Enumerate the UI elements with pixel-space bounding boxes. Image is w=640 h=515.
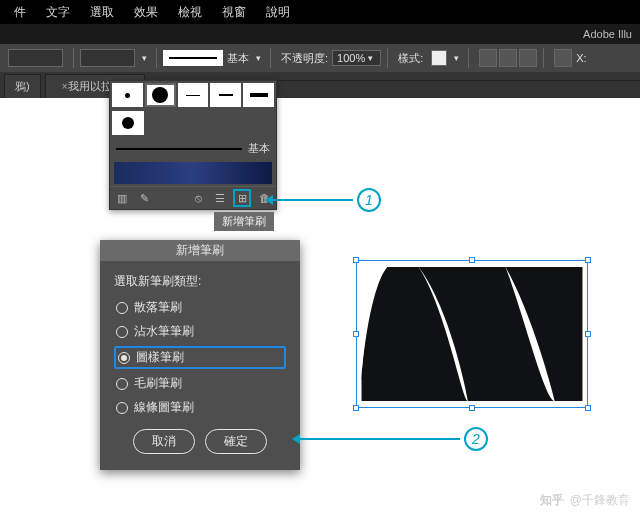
brushes-panel: 基本 ▥ ✎ ⦸ ☰ ⊞ 🗑 新增筆刷 — [109, 80, 277, 210]
watermark: 知乎 @千鋒教育 — [540, 492, 630, 509]
basic-brush-row[interactable]: 基本 — [110, 137, 276, 160]
menu-item[interactable]: 說明 — [266, 4, 290, 21]
graphic-style-swatch[interactable] — [431, 50, 447, 66]
brush-swatch[interactable] — [112, 111, 144, 135]
app-title: Adobe Illu — [583, 28, 632, 40]
brush-type-option[interactable]: 沾水筆筆刷 — [114, 322, 286, 341]
brush-swatch[interactable] — [243, 83, 274, 107]
align-icon[interactable] — [519, 49, 537, 67]
dialog-body: 選取新筆刷類型: 散落筆刷 沾水筆筆刷 圖樣筆刷 毛刷筆刷 線條圖筆刷 取消 確… — [100, 261, 300, 460]
selection-handle[interactable] — [469, 257, 475, 263]
radio-icon — [116, 302, 128, 314]
brush-row — [110, 109, 276, 137]
basic-brush-line — [116, 148, 242, 150]
align-icon[interactable] — [499, 49, 517, 67]
radio-icon — [116, 402, 128, 414]
opacity-label: 不透明度: — [281, 51, 328, 66]
callout-line — [273, 199, 353, 201]
transform-icons — [554, 49, 572, 67]
brush-swatch[interactable] — [178, 83, 209, 107]
brush-type-option-selected[interactable]: 圖樣筆刷 — [114, 346, 286, 369]
chevron-down-icon[interactable]: ▾ — [454, 53, 459, 63]
chevron-down-icon[interactable]: ▾ — [142, 53, 147, 63]
fill-swatch[interactable] — [8, 49, 63, 67]
menu-item[interactable]: 選取 — [90, 4, 114, 21]
menubar: 件 文字 選取 效果 檢視 視窗 說明 — [0, 0, 640, 24]
align-icon[interactable] — [479, 49, 497, 67]
selection-handle[interactable] — [585, 257, 591, 263]
arrow-icon — [265, 195, 273, 205]
option-label: 沾水筆筆刷 — [134, 323, 194, 340]
arrow-icon — [292, 434, 300, 444]
watermark-author: @千鋒教育 — [570, 492, 630, 509]
brush-style-label: 基本 — [227, 51, 249, 66]
new-brush-tooltip: 新增筆刷 — [214, 212, 274, 231]
menu-item[interactable]: 效果 — [134, 4, 158, 21]
app-title-bar: Adobe Illu — [0, 24, 640, 44]
tab-title: 鴉) — [15, 79, 30, 94]
new-brush-button[interactable]: ⊞ — [234, 190, 250, 206]
brush-options-icon[interactable]: ✎ — [136, 190, 152, 206]
selected-artwork[interactable] — [356, 260, 588, 408]
brush-type-option[interactable]: 散落筆刷 — [114, 298, 286, 317]
dialog-title: 新增筆刷 — [100, 240, 300, 261]
brush-style-swatch[interactable] — [163, 50, 223, 66]
cancel-button[interactable]: 取消 — [133, 429, 195, 454]
chevron-down-icon[interactable]: ▾ — [368, 53, 373, 63]
option-label: 毛刷筆刷 — [134, 375, 182, 392]
basic-brush-label: 基本 — [248, 141, 270, 156]
option-label: 圖樣筆刷 — [136, 349, 184, 366]
selection-handle[interactable] — [585, 331, 591, 337]
selection-handle[interactable] — [585, 405, 591, 411]
menu-item[interactable]: 件 — [14, 4, 26, 21]
library-icon[interactable]: ▥ — [114, 190, 130, 206]
callout-step-1: 1 — [265, 188, 381, 212]
document-tabs: 鴉) × 我用以拉拉的 — [0, 72, 640, 98]
document-tab-partial[interactable]: 鴉) — [4, 74, 41, 98]
ok-button[interactable]: 確定 — [205, 429, 267, 454]
artwork-shape — [357, 261, 587, 407]
step-number: 2 — [464, 427, 488, 451]
menu-item[interactable]: 文字 — [46, 4, 70, 21]
divider — [543, 48, 544, 68]
transform-icon[interactable] — [554, 49, 572, 67]
control-bar: ▾ 基本 ▾ 不透明度: 100% ▾ 樣式: ▾ X: — [0, 44, 640, 72]
radio-icon — [116, 378, 128, 390]
dialog-prompt: 選取新筆刷類型: — [114, 273, 286, 290]
stroke-color-swatch[interactable] — [80, 49, 135, 67]
brush-type-option[interactable]: 毛刷筆刷 — [114, 374, 286, 393]
divider — [270, 48, 271, 68]
brushes-panel-footer: ▥ ✎ ⦸ ☰ ⊞ 🗑 — [110, 186, 276, 209]
watermark-brand: 知乎 — [540, 492, 564, 509]
chevron-down-icon[interactable]: ▾ — [256, 53, 261, 63]
selection-handle[interactable] — [353, 405, 359, 411]
option-label: 散落筆刷 — [134, 299, 182, 316]
menu-item[interactable]: 檢視 — [178, 4, 202, 21]
art-brush-strip[interactable] — [114, 162, 272, 184]
brush-settings-icon[interactable]: ☰ — [212, 190, 228, 206]
style-label: 樣式: — [398, 51, 423, 66]
opacity-field[interactable]: 100% ▾ — [332, 50, 381, 66]
opacity-value: 100% — [337, 52, 365, 64]
divider — [73, 48, 74, 68]
callout-line — [300, 438, 460, 440]
selection-handle[interactable] — [353, 257, 359, 263]
menu-item[interactable]: 視窗 — [222, 4, 246, 21]
brush-type-option[interactable]: 線條圖筆刷 — [114, 398, 286, 417]
remove-stroke-icon[interactable]: ⦸ — [190, 190, 206, 206]
dialog-buttons: 取消 確定 — [114, 429, 286, 454]
step-number: 1 — [357, 188, 381, 212]
selection-handle[interactable] — [353, 331, 359, 337]
new-brush-dialog: 新增筆刷 選取新筆刷類型: 散落筆刷 沾水筆筆刷 圖樣筆刷 毛刷筆刷 線條圖筆刷… — [100, 240, 300, 470]
x-label: X: — [576, 52, 586, 64]
selection-handle[interactable] — [469, 405, 475, 411]
radio-icon — [118, 352, 130, 364]
brush-swatch[interactable] — [145, 83, 176, 107]
divider — [156, 48, 157, 68]
align-icons — [479, 49, 537, 67]
divider — [387, 48, 388, 68]
brush-swatch[interactable] — [210, 83, 241, 107]
brush-swatch[interactable] — [112, 83, 143, 107]
option-label: 線條圖筆刷 — [134, 399, 194, 416]
brush-row — [110, 81, 276, 109]
